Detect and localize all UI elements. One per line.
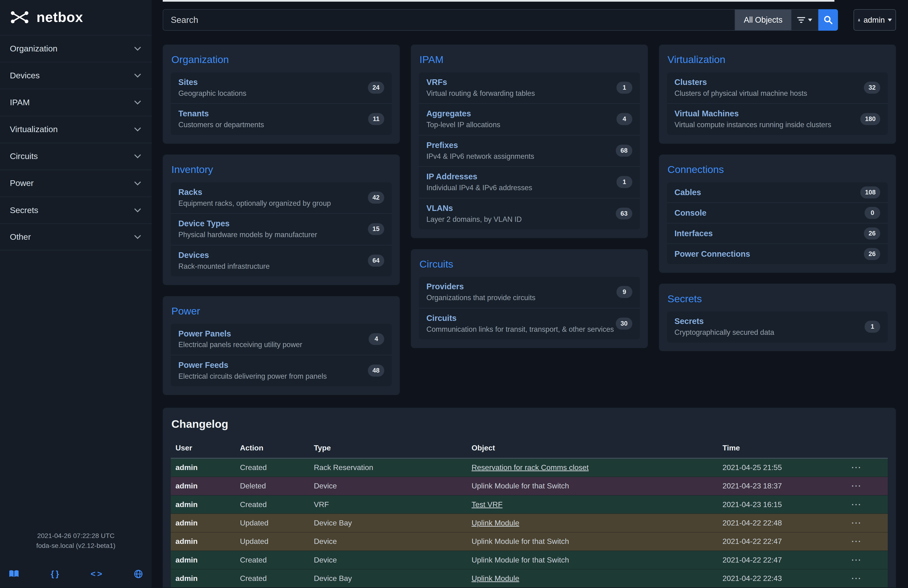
card-item-aggregates[interactable]: AggregatesTop-level IP allocations4 — [419, 104, 640, 135]
brand-logo[interactable]: netbox — [0, 0, 151, 35]
changelog-row-menu-button[interactable]: ··· — [844, 551, 888, 569]
card-item-link[interactable]: Virtual Machines — [675, 109, 831, 118]
card-item-count-badge[interactable]: 32 — [864, 82, 880, 93]
card-title: Secrets — [667, 293, 888, 304]
card-item-link[interactable]: Tenants — [178, 109, 264, 118]
changelog-row-menu-button[interactable]: ··· — [844, 514, 888, 532]
search-submit-button[interactable] — [818, 9, 838, 31]
card-item-link[interactable]: Prefixes — [427, 141, 534, 150]
card-item-link[interactable]: Racks — [178, 188, 331, 197]
card-item-count-badge[interactable]: 4 — [369, 333, 384, 345]
card-item-count-badge[interactable]: 0 — [865, 207, 880, 219]
changelog-row-menu-button[interactable]: ··· — [844, 477, 888, 495]
card-item-link[interactable]: Aggregates — [427, 109, 500, 118]
card-item-count-badge[interactable]: 42 — [368, 192, 384, 204]
card-item-count-badge[interactable]: 26 — [864, 248, 880, 260]
sidebar-item-devices[interactable]: Devices — [0, 62, 151, 89]
card-item-link[interactable]: Device Types — [178, 219, 317, 228]
card-item-count-badge[interactable]: 63 — [616, 208, 632, 220]
card-item-link[interactable]: VLANs — [427, 204, 522, 213]
card-item-link[interactable]: Secrets — [675, 317, 774, 326]
changelog-object-link[interactable]: Uplink Module — [472, 574, 519, 583]
card-item-interfaces[interactable]: Interfaces26 — [667, 224, 888, 244]
card-item-count-badge[interactable]: 1 — [617, 82, 632, 93]
card-item-link[interactable]: Providers — [427, 282, 535, 291]
sidebar-item-secrets[interactable]: Secrets — [0, 197, 151, 224]
card-item-count-badge[interactable]: 64 — [368, 255, 384, 267]
card-item-link[interactable]: Console — [675, 208, 707, 217]
sidebar-item-power[interactable]: Power — [0, 170, 151, 197]
card-item-link[interactable]: Power Panels — [178, 329, 302, 338]
card-item-link[interactable]: IP Addresses — [427, 172, 532, 181]
card-item-sites[interactable]: SitesGeographic locations24 — [171, 72, 391, 104]
card-item-count-badge[interactable]: 4 — [617, 113, 632, 125]
card-item-link[interactable]: Clusters — [675, 77, 807, 87]
card-item-providers[interactable]: ProvidersOrganizations that provide circ… — [419, 277, 640, 308]
sidebar-item-label: Virtualization — [10, 125, 58, 134]
user-menu-button[interactable]: admin — [853, 9, 896, 31]
filter-icon — [797, 16, 805, 23]
card-item-count-badge[interactable]: 9 — [617, 286, 632, 298]
card-item-link[interactable]: Sites — [178, 77, 246, 87]
card-item-count-badge[interactable]: 48 — [368, 364, 384, 377]
card-item-count-badge[interactable]: 1 — [865, 321, 880, 333]
card-item-ip-addresses[interactable]: IP AddressesIndividual IPv4 & IPv6 addre… — [419, 167, 640, 198]
sidebar-item-ipam[interactable]: IPAM — [0, 89, 151, 116]
changelog-row-menu-button[interactable]: ··· — [844, 458, 888, 477]
card-item-power-connections[interactable]: Power Connections26 — [667, 244, 888, 264]
card-item-count-badge[interactable]: 108 — [860, 187, 880, 198]
card-item-devices[interactable]: DevicesRack-mounted infrastructure64 — [171, 245, 391, 276]
card-item-racks[interactable]: RacksEquipment racks, optionally organiz… — [171, 182, 391, 214]
card-item-count-badge[interactable]: 180 — [860, 113, 880, 125]
card-item-count-badge[interactable]: 68 — [616, 145, 632, 157]
card-item-link[interactable]: VRFs — [427, 77, 535, 87]
sidebar-item-virtualization[interactable]: Virtualization — [0, 116, 151, 143]
globe-icon[interactable] — [134, 569, 143, 578]
card-item-clusters[interactable]: ClustersClusters of physical virtual mac… — [667, 72, 888, 104]
card-item-link[interactable]: Circuits — [427, 314, 614, 323]
sidebar-item-label: Power — [10, 178, 34, 188]
changelog-object-link[interactable]: Test VRF — [472, 500, 502, 509]
card-item-power-feeds[interactable]: Power FeedsElectrical circuits deliverin… — [171, 355, 391, 386]
changelog-time: 2021-04-22 22:43 — [718, 569, 844, 588]
card-item-virtual-machines[interactable]: Virtual MachinesVirtual compute instance… — [667, 104, 888, 135]
card-item-description: Layer 2 domains, by VLAN ID — [427, 215, 522, 224]
sidebar-item-organization[interactable]: Organization — [0, 35, 151, 62]
card-item-console[interactable]: Console0 — [667, 203, 888, 224]
card-item-secrets[interactable]: SecretsCryptographically secured data1 — [667, 311, 888, 342]
search-input[interactable] — [163, 9, 735, 31]
docs-book-icon[interactable] — [9, 570, 19, 578]
card-item-link[interactable]: Power Connections — [675, 250, 750, 259]
changelog-object-cell: Uplink Module — [467, 514, 718, 532]
card-item-vrfs[interactable]: VRFsVirtual routing & forwarding tables1 — [419, 72, 640, 104]
card-item-count-badge[interactable]: 15 — [368, 223, 384, 235]
changelog-row-menu-button[interactable]: ··· — [844, 569, 888, 588]
card-item-prefixes[interactable]: PrefixesIPv4 & IPv6 network assignments6… — [419, 135, 640, 167]
card-item-circuits[interactable]: CircuitsCommunication links for transit,… — [419, 308, 640, 339]
card-item-count-badge[interactable]: 24 — [368, 82, 384, 93]
card-item-power-panels[interactable]: Power PanelsElectrical panels receiving … — [171, 324, 391, 355]
code-brackets-icon[interactable]: < > — [90, 569, 102, 579]
card-item-count-badge[interactable]: 1 — [617, 176, 632, 188]
card-item-count-badge[interactable]: 30 — [616, 317, 632, 330]
changelog-row-menu-button[interactable]: ··· — [844, 532, 888, 551]
changelog-object-link[interactable]: Uplink Module — [472, 519, 519, 527]
changelog-row-menu-button[interactable]: ··· — [844, 495, 888, 514]
sidebar-item-other[interactable]: Other — [0, 224, 151, 250]
changelog-object-link[interactable]: Reservation for rack Comms closet — [472, 463, 588, 472]
card-item-link[interactable]: Devices — [178, 251, 270, 260]
card-item-vlans[interactable]: VLANsLayer 2 domains, by VLAN ID63 — [419, 198, 640, 229]
card-item-tenants[interactable]: TenantsCustomers or departments11 — [171, 104, 391, 135]
search-filter-dropdown[interactable] — [791, 9, 818, 31]
card-item-count-badge[interactable]: 26 — [864, 227, 880, 240]
api-braces-icon[interactable]: { } — [51, 569, 59, 579]
card-item-cables[interactable]: Cables108 — [667, 182, 888, 203]
card-connections: ConnectionsCables108Console0Interfaces26… — [659, 155, 896, 273]
card-item-count-badge[interactable]: 11 — [368, 113, 384, 125]
search-scope-button[interactable]: All Objects — [735, 9, 792, 31]
card-item-device-types[interactable]: Device TypesPhysical hardware models by … — [171, 214, 391, 245]
sidebar-item-circuits[interactable]: Circuits — [0, 143, 151, 170]
card-item-link[interactable]: Cables — [675, 188, 701, 197]
card-item-link[interactable]: Power Feeds — [178, 361, 327, 370]
card-item-link[interactable]: Interfaces — [675, 229, 713, 238]
